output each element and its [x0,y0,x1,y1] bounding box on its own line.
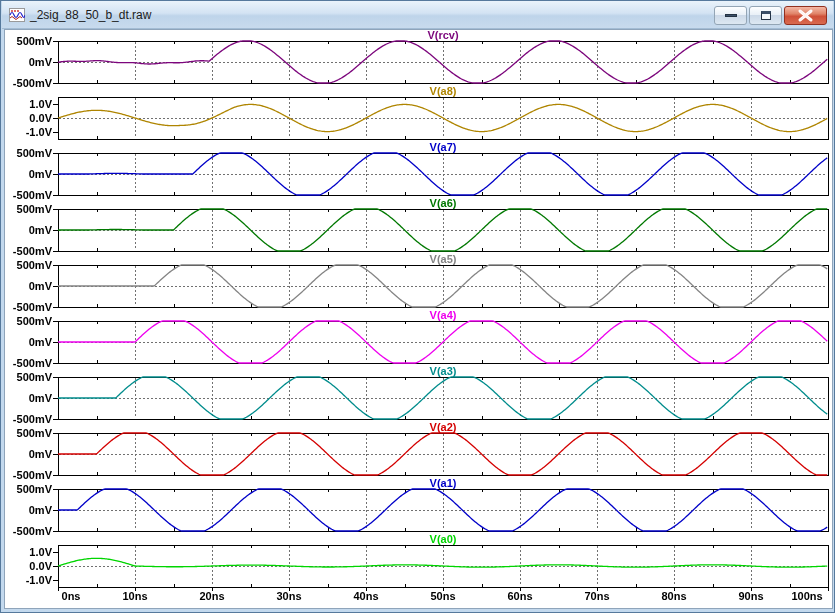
x-tick-label: 40ns [336,590,396,602]
x-tick-label: 60ns [490,590,550,602]
y-tick-label: 500mV [6,371,52,383]
y-tick-label: 0mV [6,392,52,404]
x-tick-label: 30ns [259,590,319,602]
pane-title-va4[interactable]: V(a4) [58,310,828,321]
y-tick-label: -500mV [6,357,52,369]
close-button[interactable] [784,6,827,25]
y-tick-label: -1.0V [6,574,52,586]
x-tick-label: 50ns [413,590,473,602]
y-tick-label: 500mV [6,203,52,215]
pane-title-va8[interactable]: V(a8) [58,86,828,97]
title-bar[interactable]: _2sig_88_50_b_dt.raw [2,1,833,29]
x-tick-label: 0ns [41,590,101,602]
y-tick-label: -1.0V [6,126,52,138]
restore-icon [761,11,771,20]
close-icon [785,7,826,24]
x-tick-label: 100ns [777,590,833,602]
x-tick-label: 90ns [721,590,781,602]
y-tick-label: 0mV [6,56,52,68]
window-title: _2sig_88_50_b_dt.raw [30,8,151,22]
y-tick-label: 500mV [6,315,52,327]
y-tick-label: 500mV [6,35,52,47]
pane-title-va5[interactable]: V(a5) [58,254,828,265]
x-tick-label: 20ns [182,590,242,602]
y-tick-label: 0.0V [6,112,52,124]
window-buttons [714,6,827,25]
y-tick-label: 500mV [6,259,52,271]
x-tick-label: 70ns [567,590,627,602]
y-tick-label: 0mV [6,168,52,180]
y-tick-label: -500mV [6,469,52,481]
y-tick-label: 0mV [6,224,52,236]
pane-title-va2[interactable]: V(a2) [58,422,828,433]
y-tick-label: -500mV [6,525,52,537]
y-tick-label: 0mV [6,336,52,348]
y-tick-label: 1.0V [6,98,52,110]
x-tick-label: 80ns [644,590,704,602]
restore-button[interactable] [749,6,782,25]
waveform-viewer-window: _2sig_88_50_b_dt.raw V(rcv)500mV0mV-500m… [0,0,835,613]
y-tick-label: -500mV [6,413,52,425]
x-tick-label: 10ns [105,590,165,602]
pane-title-va1[interactable]: V(a1) [58,478,828,489]
plot-area: V(rcv)500mV0mV-500mVV(a8)1.0V0.0V-1.0VV(… [4,29,833,609]
y-tick-label: 500mV [6,427,52,439]
minimize-icon [725,14,737,17]
y-tick-label: 0mV [6,504,52,516]
pane-title-va7[interactable]: V(a7) [58,142,828,153]
pane-title-va3[interactable]: V(a3) [58,366,828,377]
y-tick-label: 1.0V [6,546,52,558]
pane-title-vrcv[interactable]: V(rcv) [58,30,828,41]
y-tick-label: -500mV [6,77,52,89]
pane-title-va6[interactable]: V(a6) [58,198,828,209]
y-tick-label: -500mV [6,189,52,201]
y-tick-label: 0mV [6,448,52,460]
y-tick-label: 0.0V [6,560,52,572]
y-tick-label: 0mV [6,280,52,292]
minimize-button[interactable] [714,6,747,25]
y-tick-label: 500mV [6,147,52,159]
y-tick-label: -500mV [6,245,52,257]
y-tick-label: -500mV [6,301,52,313]
app-waveform-icon [9,7,25,23]
y-tick-label: 500mV [6,483,52,495]
pane-title-va0[interactable]: V(a0) [58,534,828,545]
